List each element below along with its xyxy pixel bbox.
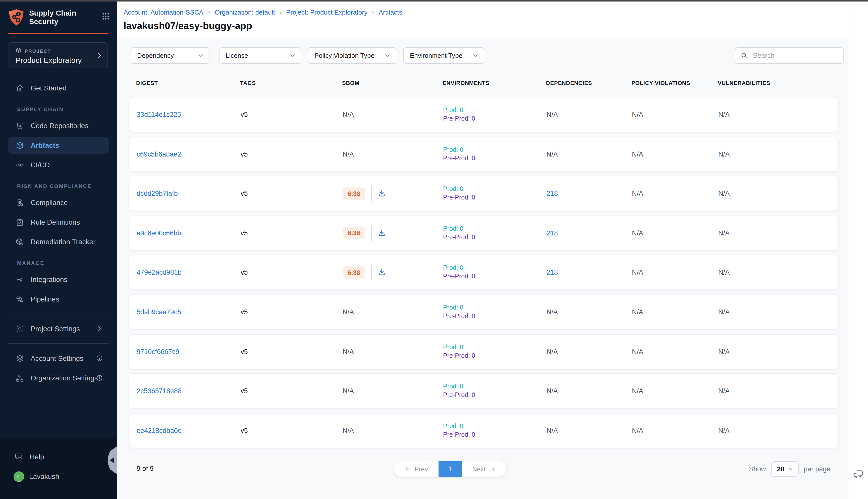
filter-dependency[interactable]: Dependency bbox=[131, 47, 210, 64]
column-header-vulnerabilities: VULNERABILITIES bbox=[718, 80, 770, 86]
digest-link[interactable]: 9710cf6667c9 bbox=[137, 348, 179, 355]
chevron-down-icon bbox=[384, 52, 391, 59]
table-row: c69c5b6a8ae2v5N/AProd: 0Pre-Prod: 0N/AN/… bbox=[128, 136, 839, 172]
env-preprod: Pre-Prod: 0 bbox=[443, 272, 475, 281]
sidebar-section-risk-and-compliance: RISK AND COMPLIANCE bbox=[8, 180, 109, 192]
arrow-left-icon bbox=[404, 466, 411, 472]
download-icon bbox=[378, 190, 386, 197]
sbom-divider bbox=[371, 265, 372, 280]
gear-icon bbox=[15, 324, 24, 333]
digest-link[interactable]: 2c5365718e88 bbox=[137, 387, 182, 395]
prev-page-button[interactable]: Prev bbox=[394, 461, 438, 477]
sidebar-item-organization-settings[interactable]: Organization Settings bbox=[8, 369, 109, 387]
integrations-icon bbox=[15, 275, 24, 284]
sidebar-item-label: Pipelines bbox=[30, 295, 59, 303]
environments-cell: Prod: 0Pre-Prod: 0 bbox=[443, 422, 475, 439]
env-preprod: Pre-Prod: 0 bbox=[443, 233, 475, 242]
sidebar-item-label: Artifacts bbox=[30, 141, 59, 149]
vulnerabilities-value: N/A bbox=[718, 150, 730, 158]
sidebar-divider bbox=[8, 343, 109, 344]
sidebar-item-integrations[interactable]: Integrations bbox=[8, 271, 109, 288]
per-page-label: per page bbox=[804, 465, 831, 473]
digest-link[interactable]: 5dab9caa79c5 bbox=[137, 308, 181, 316]
sidebar-item-label: Remediation Tracker bbox=[30, 238, 96, 246]
tag-value: v5 bbox=[240, 387, 248, 395]
env-preprod: Pre-Prod: 0 bbox=[443, 431, 475, 439]
sidebar-item-account-settings[interactable]: Account Settings bbox=[8, 350, 109, 367]
search-input[interactable] bbox=[752, 51, 843, 60]
dependencies-link[interactable]: 218 bbox=[546, 269, 558, 276]
table-row: a9c6e00c66bbv56.38Prod: 0Pre-Prod: 0218N… bbox=[128, 216, 839, 251]
sidebar-item-get-started[interactable]: Get Started bbox=[8, 80, 109, 97]
digest-link[interactable]: 33d114e1c225 bbox=[137, 111, 181, 118]
policy-violations-value: N/A bbox=[632, 269, 643, 276]
tag-value: v5 bbox=[240, 150, 248, 158]
sbom-download-button[interactable] bbox=[378, 190, 386, 197]
env-prod: Prod: 0 bbox=[443, 145, 475, 154]
digest-link[interactable]: dcdd29b7fafb bbox=[137, 190, 178, 197]
filter-environment-type[interactable]: Environment Type bbox=[404, 47, 484, 64]
accent-divider bbox=[8, 33, 108, 34]
project-name: Product Exploratory bbox=[15, 56, 82, 64]
sidebar-item-code-repositories[interactable]: Code Repositories bbox=[8, 117, 109, 134]
sidebar-item-compliance[interactable]: Compliance bbox=[8, 194, 109, 211]
vulnerabilities-value: N/A bbox=[718, 111, 730, 118]
breadcrumb-link-account-automation-ssca[interactable]: Account: Automation-SSCA bbox=[124, 9, 203, 16]
tag-value: v5 bbox=[240, 427, 248, 435]
sidebar-item-label: Rule Definitions bbox=[30, 218, 80, 226]
sbom-na: N/A bbox=[343, 427, 354, 435]
project-selector[interactable]: PROJECT Product Exploratory bbox=[9, 42, 108, 68]
sidebar-item-ci-cd[interactable]: CI/CD bbox=[8, 156, 109, 173]
vulnerabilities-value: N/A bbox=[718, 308, 730, 316]
column-header-policy-violations: POLICY VIOLATIONS bbox=[631, 80, 690, 86]
sbom-download-button[interactable] bbox=[378, 229, 386, 237]
dependencies-cell: N/A bbox=[546, 387, 558, 395]
breadcrumb-separator-icon: › bbox=[372, 9, 374, 16]
current-page-button[interactable]: 1 bbox=[438, 461, 462, 477]
digest-link[interactable]: c69c5b6a8ae2 bbox=[137, 150, 181, 158]
column-header-digest: DIGEST bbox=[136, 80, 158, 86]
policy-violations-value: N/A bbox=[632, 190, 643, 197]
box-tag-icon bbox=[15, 238, 24, 246]
filter-policy-violation-type[interactable]: Policy Violation Type bbox=[308, 47, 396, 64]
sidebar: Supply ChainSecurity PROJECT Product Exp… bbox=[0, 1, 117, 499]
breadcrumb-link-artifacts[interactable]: Artifacts bbox=[379, 9, 402, 16]
chevron-right-icon bbox=[96, 325, 103, 332]
digest-link[interactable]: 479e2acd981b bbox=[137, 269, 182, 276]
filter-license[interactable]: License bbox=[219, 47, 301, 64]
dependencies-link[interactable]: 218 bbox=[546, 229, 558, 237]
page-header: Account: Automation-SSCA›Organization: d… bbox=[117, 1, 848, 37]
download-icon bbox=[378, 229, 386, 237]
env-prod: Prod: 0 bbox=[443, 264, 475, 272]
breadcrumb-link-project-product-exploratory[interactable]: Project: Product Exploratory bbox=[286, 9, 368, 16]
breadcrumb-link-organization-default[interactable]: Organization: default bbox=[215, 9, 275, 16]
per-page-select[interactable]: 20 bbox=[771, 461, 799, 477]
env-prod: Prod: 0 bbox=[443, 382, 475, 391]
chat-bubbles-icon[interactable] bbox=[853, 468, 865, 483]
sidebar-divider bbox=[8, 314, 109, 314]
next-page-button[interactable]: Next bbox=[462, 461, 506, 477]
sbom-score-badge: 6.38 bbox=[343, 266, 365, 279]
table-row: 9710cf6667c9v5N/AProd: 0Pre-Prod: 0N/AN/… bbox=[128, 334, 839, 369]
app-switcher-grid-icon[interactable] bbox=[101, 12, 110, 23]
help-button[interactable]: ? Help bbox=[8, 449, 109, 464]
sidebar-item-rule-definitions[interactable]: Rule Definitions bbox=[8, 214, 109, 231]
user-menu[interactable]: L Lavakush bbox=[8, 469, 109, 484]
sbom-na: N/A bbox=[343, 308, 354, 316]
breadcrumb-separator-icon: › bbox=[208, 9, 210, 16]
info-icon bbox=[96, 374, 103, 381]
sbom-cell: 6.38 bbox=[343, 226, 386, 241]
sbom-download-button[interactable] bbox=[378, 269, 386, 277]
digest-link[interactable]: ee4218cdba0c bbox=[137, 427, 181, 435]
sidebar-item-project-settings[interactable]: Project Settings bbox=[8, 320, 109, 337]
info-icon bbox=[96, 355, 103, 362]
policy-violations-value: N/A bbox=[632, 308, 643, 316]
column-header-dependencies: DEPENDENCIES bbox=[546, 80, 592, 86]
sidebar-item-artifacts[interactable]: Artifacts bbox=[8, 137, 109, 154]
sidebar-item-pipelines[interactable]: Pipelines bbox=[8, 291, 109, 307]
policy-violations-value: N/A bbox=[632, 150, 643, 158]
sidebar-item-remediation-tracker[interactable]: Remediation Tracker bbox=[8, 233, 109, 250]
digest-link[interactable]: a9c6e00c66bb bbox=[137, 229, 181, 237]
dependencies-cell: N/A bbox=[546, 308, 558, 316]
dependencies-link[interactable]: 218 bbox=[546, 190, 558, 197]
